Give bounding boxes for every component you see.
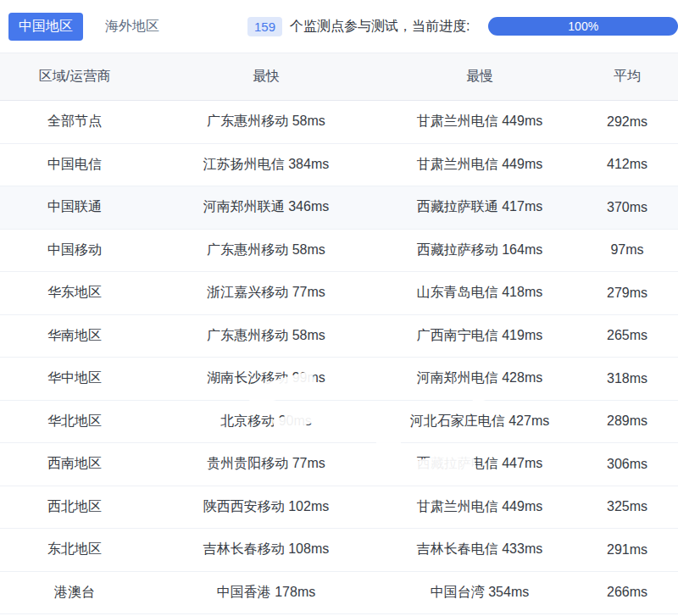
region-cell: 西南地区 bbox=[0, 443, 149, 486]
region-cell: 全部节点 bbox=[0, 101, 149, 144]
speedtest-page: { "tabs": { "china": "中国地区", "overseas":… bbox=[0, 0, 678, 616]
slowest-cell: 河北石家庄电信 427ms bbox=[383, 400, 576, 443]
region-cell: 东北地区 bbox=[0, 529, 149, 572]
slowest-cell: 西藏拉萨联通 417ms bbox=[383, 186, 576, 230]
region-cell: 华北地区 bbox=[0, 400, 149, 443]
table-row: 华北地区 北京移动 90ms 河北石家庄电信 427ms 289ms bbox=[0, 400, 678, 443]
column-header-slowest: 最慢 bbox=[383, 53, 576, 101]
region-cell: 华东地区 bbox=[0, 272, 149, 315]
table-row: 西南地区 贵州贵阳移动 77ms 西藏拉萨电信 447ms 306ms bbox=[0, 443, 678, 486]
fastest-cell: 吉林长春移动 108ms bbox=[149, 529, 383, 572]
fastest-cell: 中国香港 178ms bbox=[149, 571, 383, 614]
average-cell: 265ms bbox=[576, 314, 678, 358]
region-cell: 西北地区 bbox=[0, 486, 149, 529]
table-row: 中国联通 河南郑州联通 346ms 西藏拉萨联通 417ms 370ms bbox=[0, 186, 678, 230]
fastest-cell: 浙江嘉兴移动 77ms bbox=[149, 272, 383, 315]
toolbar: 中国地区 海外地区 159 个监测点参与测试，当前进度: 100% bbox=[0, 0, 678, 53]
region-cell: 中国联通 bbox=[0, 186, 149, 230]
tab-overseas-region[interactable]: 海外地区 bbox=[95, 13, 170, 41]
table-row: 华中地区 湖南长沙移动 99ms 河南郑州电信 428ms 318ms bbox=[0, 358, 678, 401]
region-cell: 华南地区 bbox=[0, 314, 149, 358]
slowest-cell: 河南郑州电信 428ms bbox=[383, 358, 576, 401]
table-body: 全部节点 广东惠州移动 58ms 甘肃兰州电信 449ms 292ms 中国电信… bbox=[0, 101, 678, 614]
fastest-cell: 北京移动 90ms bbox=[149, 400, 383, 443]
column-header-fastest: 最快 bbox=[149, 53, 383, 101]
average-cell: 289ms bbox=[576, 400, 678, 443]
slowest-cell: 西藏拉萨电信 447ms bbox=[383, 443, 576, 486]
table-row: 东北地区 吉林长春移动 108ms 吉林长春电信 433ms 291ms bbox=[0, 529, 678, 572]
table-row: 华南地区 广东惠州移动 58ms 广西南宁电信 419ms 265ms bbox=[0, 314, 678, 358]
slowest-cell: 西藏拉萨移动 164ms bbox=[383, 229, 576, 272]
fastest-cell: 陕西西安移动 102ms bbox=[149, 486, 383, 529]
average-cell: 325ms bbox=[576, 486, 678, 529]
fastest-cell: 河南郑州联通 346ms bbox=[149, 186, 383, 230]
average-cell: 279ms bbox=[576, 272, 678, 315]
region-cell: 华中地区 bbox=[0, 358, 149, 401]
fastest-cell: 广东惠州移动 58ms bbox=[149, 229, 383, 272]
slowest-cell: 吉林长春电信 433ms bbox=[383, 529, 576, 572]
table-row: 全部节点 广东惠州移动 58ms 甘肃兰州电信 449ms 292ms bbox=[0, 101, 678, 144]
fastest-cell: 广东惠州移动 58ms bbox=[149, 101, 383, 144]
column-header-average: 平均 bbox=[576, 53, 678, 101]
slowest-cell: 中国台湾 354ms bbox=[383, 571, 576, 614]
slowest-cell: 甘肃兰州电信 449ms bbox=[383, 143, 576, 186]
average-cell: 370ms bbox=[576, 186, 678, 230]
region-cell: 中国移动 bbox=[0, 229, 149, 272]
table-header: 区域/运营商 最快 最慢 平均 bbox=[0, 53, 678, 101]
progress-bar: 100% bbox=[488, 17, 678, 36]
tab-china-region[interactable]: 中国地区 bbox=[8, 13, 83, 41]
slowest-cell: 广西南宁电信 419ms bbox=[383, 314, 576, 358]
monitor-count-badge: 159 bbox=[247, 17, 282, 36]
column-header-region: 区域/运营商 bbox=[0, 53, 149, 101]
table-row: 中国移动 广东惠州移动 58ms 西藏拉萨移动 164ms 97ms bbox=[0, 229, 678, 272]
ping-results-table: 区域/运营商 最快 最慢 平均 全部节点 广东惠州移动 58ms 甘肃兰州电信 … bbox=[0, 53, 678, 614]
table-row: 中国电信 江苏扬州电信 384ms 甘肃兰州电信 449ms 412ms bbox=[0, 143, 678, 186]
fastest-cell: 湖南长沙移动 99ms bbox=[149, 358, 383, 401]
average-cell: 318ms bbox=[576, 358, 678, 401]
table-row: 港澳台 中国香港 178ms 中国台湾 354ms 266ms bbox=[0, 571, 678, 614]
average-cell: 291ms bbox=[576, 529, 678, 572]
status-text: 个监测点参与测试，当前进度: bbox=[290, 18, 470, 36]
average-cell: 292ms bbox=[576, 101, 678, 144]
fastest-cell: 广东惠州移动 58ms bbox=[149, 314, 383, 358]
table-row: 华东地区 浙江嘉兴移动 77ms 山东青岛电信 418ms 279ms bbox=[0, 272, 678, 315]
region-cell: 中国电信 bbox=[0, 143, 149, 186]
average-cell: 412ms bbox=[576, 143, 678, 186]
slowest-cell: 山东青岛电信 418ms bbox=[383, 272, 576, 315]
average-cell: 306ms bbox=[576, 443, 678, 486]
slowest-cell: 甘肃兰州电信 449ms bbox=[383, 101, 576, 144]
fastest-cell: 贵州贵阳移动 77ms bbox=[149, 443, 383, 486]
region-cell: 港澳台 bbox=[0, 571, 149, 614]
fastest-cell: 江苏扬州电信 384ms bbox=[149, 143, 383, 186]
average-cell: 97ms bbox=[576, 229, 678, 272]
table-row: 西北地区 陕西西安移动 102ms 甘肃兰州电信 449ms 325ms bbox=[0, 486, 678, 529]
slowest-cell: 甘肃兰州电信 449ms bbox=[383, 486, 576, 529]
average-cell: 266ms bbox=[576, 571, 678, 614]
